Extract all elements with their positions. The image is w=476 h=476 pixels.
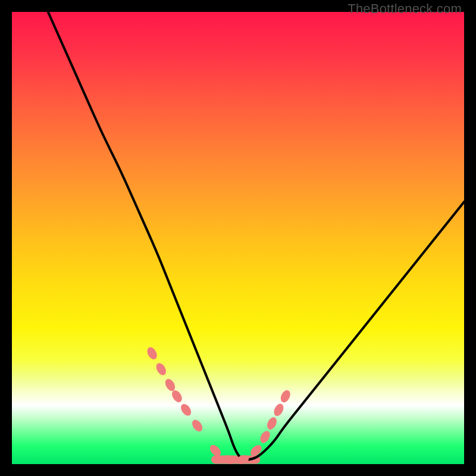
- marker-point: [154, 361, 168, 377]
- marker-point: [179, 402, 193, 418]
- watermark-text: TheBottleneck.com: [347, 1, 462, 17]
- chart-frame: TheBottleneck.com: [0, 0, 476, 476]
- marker-point: [145, 346, 159, 361]
- marker-point: [258, 429, 272, 444]
- marker-point: [190, 418, 204, 433]
- marker-point: [279, 389, 292, 404]
- chart-svg: [12, 12, 464, 464]
- marker-point: [265, 416, 278, 431]
- plot-area: [12, 12, 464, 464]
- marker-point: [272, 402, 285, 418]
- bottleneck-curve: [48, 12, 464, 459]
